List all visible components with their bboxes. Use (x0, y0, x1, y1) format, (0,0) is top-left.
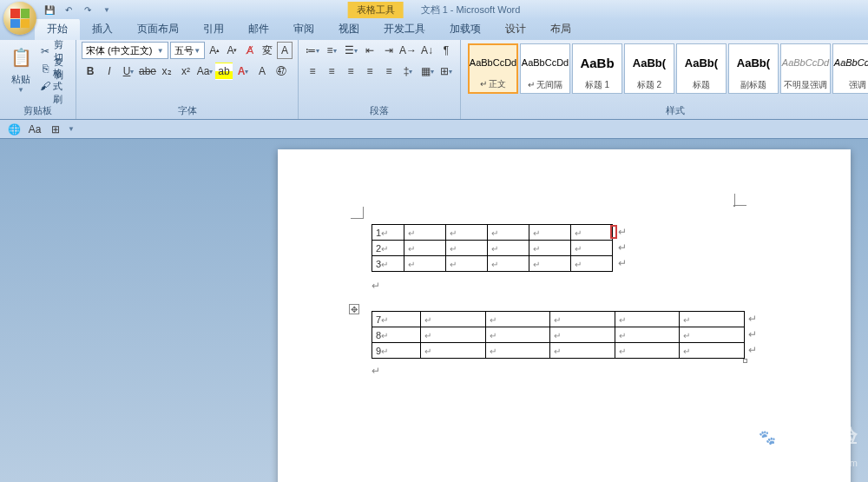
style-title[interactable]: AaBb(标题 (676, 43, 727, 94)
group-clipboard: 📋 粘贴 ▼ ✂剪切 ⎘复制 🖌格式刷 剪贴板 (0, 40, 76, 119)
document-title: 文档 1 - Microsoft Word (421, 3, 521, 17)
font-color-button[interactable]: A▾ (234, 63, 252, 80)
table-row[interactable]: 9↵↵↵↵↵↵ (372, 343, 745, 359)
justify-button[interactable]: ≡ (361, 63, 378, 80)
tab-home[interactable]: 开始 (35, 18, 80, 40)
text-cursor (610, 225, 617, 239)
highlight-button[interactable]: ab (215, 63, 233, 80)
style-emphasis[interactable]: AaBbCcDa强调 (832, 43, 868, 94)
group-paragraph: ≔▾ ≡▾ ☰▾ ⇤ ⇥ A→ A↓ ¶ ≡ ≡ ≡ ≡ ≡ ‡▾ ▦▾ ⊞▾ … (299, 40, 461, 119)
style-normal[interactable]: AaBbCcDd↵ 正文 (468, 43, 518, 94)
para-mark-icon: ↵ (372, 280, 380, 293)
italic-button[interactable]: I (101, 63, 118, 80)
styles-label: 样式 (461, 104, 868, 117)
table-move-handle-icon[interactable]: ✥ (349, 304, 359, 314)
style-subtitle[interactable]: AaBb(副标题 (728, 43, 779, 94)
table-row[interactable]: 2↵↵↵↵↵↵ (372, 241, 613, 256)
tab-addins[interactable]: 加载项 (437, 18, 493, 40)
change-case-button[interactable]: Aa▾ (196, 63, 214, 80)
qat-customize-icon[interactable]: ▼ (99, 2, 115, 17)
web-layout-icon[interactable]: 🌐 (5, 121, 23, 138)
para-mark-icon: ↵ (618, 241, 627, 254)
borders-button[interactable]: ⊞▾ (437, 63, 455, 80)
line-spacing-button[interactable]: ‡▾ (399, 63, 417, 80)
redo-icon[interactable]: ↷ (80, 2, 95, 17)
para-mark-icon: ↵ (372, 365, 380, 378)
shrink-font-button[interactable]: A▾ (224, 42, 240, 59)
copy-icon: ⎘ (40, 62, 51, 76)
tool-icon[interactable]: Aa (26, 121, 43, 138)
paste-icon: 📋 (7, 43, 35, 71)
pinyin-button[interactable]: 変 (260, 42, 275, 59)
table-2[interactable]: 7↵↵↵↵↵↵ 8↵↵↵↵↵↵ 9↵↵↵↵↵↵ (372, 311, 745, 359)
increase-indent-button[interactable]: ⇥ (380, 42, 398, 59)
clipboard-label: 剪贴板 (0, 104, 76, 117)
table-row[interactable]: 3↵↵↵↵↵↵ (372, 256, 613, 272)
table-1[interactable]: 1↵↵↵↵↵↵ 2↵↵↵↵↵↵ 3↵↵↵↵↵↵ (372, 224, 613, 272)
align-left-button[interactable]: ≡ (304, 63, 321, 80)
paragraph-label: 段落 (299, 104, 460, 117)
tab-developer[interactable]: 开发工具 (372, 18, 437, 40)
style-heading-2[interactable]: AaBb(标题 2 (624, 43, 674, 94)
font-family-select[interactable]: 宋体 (中文正文)▼ (82, 42, 168, 59)
char-shading-button[interactable]: A (253, 63, 271, 80)
para-mark-icon: ↵ (618, 226, 627, 239)
table-row[interactable]: 1↵↵↵↵↵↵ (372, 225, 613, 241)
table-row[interactable]: 8↵↵↵↵↵↵ (372, 327, 745, 343)
distribute-button[interactable]: ≡ (380, 63, 398, 80)
toolbar-customize-icon[interactable]: ▼ (68, 125, 75, 133)
subscript-button[interactable]: x₂ (158, 63, 175, 80)
strike-button[interactable]: abe (139, 63, 156, 80)
superscript-button[interactable]: x² (177, 63, 194, 80)
painter-icon: 🖌 (40, 79, 50, 93)
group-styles: AaBbCcDd↵ 正文 AaBbCcDd↵ 无间隔 AaBb标题 1 AaBb… (461, 40, 868, 119)
office-button[interactable] (3, 2, 36, 35)
enclosed-char-button[interactable]: ㊼ (273, 63, 290, 80)
bold-button[interactable]: B (82, 63, 99, 80)
tab-page-layout[interactable]: 页面布局 (125, 18, 191, 40)
style-no-spacing[interactable]: AaBbCcDd↵ 无间隔 (520, 43, 570, 94)
font-label: 字体 (76, 104, 298, 117)
tab-table-layout[interactable]: 布局 (538, 18, 583, 40)
tab-references[interactable]: 引用 (191, 18, 236, 40)
sort-button[interactable]: A↓ (418, 42, 436, 59)
save-icon[interactable]: 💾 (42, 2, 57, 17)
numbering-button[interactable]: ≡▾ (323, 42, 340, 59)
font-size-select[interactable]: 五号▼ (170, 42, 206, 59)
ribbon-tabs: 开始 插入 页面布局 引用 邮件 审阅 视图 开发工具 加载项 设计 布局 (0, 19, 868, 40)
group-font: 宋体 (中文正文)▼ 五号▼ A▴ A▾ A̸ 変 A B I U▾ abe x… (76, 40, 299, 119)
crop-mark-icon (351, 205, 365, 219)
table-resize-handle-icon[interactable] (743, 359, 747, 363)
show-marks-button[interactable]: ¶ (437, 42, 455, 59)
undo-icon[interactable]: ↶ (61, 2, 76, 17)
style-gallery[interactable]: AaBbCcDd↵ 正文 AaBbCcDd↵ 无间隔 AaBb标题 1 AaBb… (466, 42, 868, 96)
ribbon: 📋 粘贴 ▼ ✂剪切 ⎘复制 🖌格式刷 剪贴板 宋体 (中文正文)▼ 五号▼ A… (0, 40, 868, 120)
grow-font-button[interactable]: A▴ (207, 42, 222, 59)
para-mark-icon: ↵ (748, 313, 757, 326)
tab-review[interactable]: 审阅 (281, 18, 326, 40)
bullets-button[interactable]: ≔▾ (304, 42, 321, 59)
align-right-button[interactable]: ≡ (342, 63, 359, 80)
para-mark-icon: ↵ (748, 344, 757, 357)
decrease-indent-button[interactable]: ⇤ (361, 42, 378, 59)
tab-insert[interactable]: 插入 (80, 18, 125, 40)
crop-mark-icon (733, 205, 735, 207)
ltr-button[interactable]: A→ (399, 42, 417, 59)
tab-table-design[interactable]: 设计 (493, 18, 538, 40)
tab-view[interactable]: 视图 (326, 18, 372, 40)
style-heading-1[interactable]: AaBb标题 1 (572, 43, 622, 94)
format-painter-button[interactable]: 🖌格式刷 (38, 78, 70, 94)
shading-button[interactable]: ▦▾ (418, 63, 436, 80)
cut-icon: ✂ (40, 44, 51, 58)
char-border-button[interactable]: A (277, 42, 293, 59)
layout-icon[interactable]: ⊞ (47, 121, 64, 138)
underline-button[interactable]: U▾ (120, 63, 137, 80)
multilevel-button[interactable]: ☰▾ (342, 42, 359, 59)
style-subtle-emphasis[interactable]: AaBbCcDd不明显强调 (780, 43, 831, 94)
table-row[interactable]: 7↵↵↵↵↵↵ (372, 312, 745, 327)
align-center-button[interactable]: ≡ (323, 63, 340, 80)
tab-mailings[interactable]: 邮件 (236, 18, 281, 40)
clear-format-button[interactable]: A̸ (242, 42, 258, 59)
watermark: Bai🐾百度 经验 jingyan.baidu.com (729, 423, 858, 472)
para-mark-icon: ↵ (618, 257, 627, 270)
